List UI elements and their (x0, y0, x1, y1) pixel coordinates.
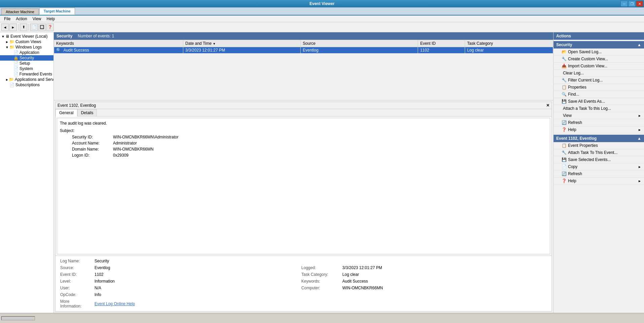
tree-root[interactable]: ▼ 🖥 Event Viewer (Local) (0, 34, 53, 39)
domain-name-label: Domain Name: (71, 147, 111, 152)
action-copy-label: Copy (568, 164, 577, 169)
actions-title-text: Actions (556, 34, 571, 38)
toolbar-separator-2 (29, 24, 29, 31)
action-refresh-security[interactable]: 🔄 Refresh (554, 119, 644, 126)
tree-app-services-label: Applications and Services Lo... (15, 77, 54, 82)
tree-item-system[interactable]: 📄 System (0, 66, 53, 71)
center-panel: Security Number of events: 1 Keywords Da… (54, 32, 553, 313)
help-event-icon: ❓ (562, 179, 567, 183)
meta-computer-label: Computer: (300, 285, 340, 291)
tree-item-subscriptions[interactable]: 📄 Subscriptions (0, 82, 53, 88)
action-open-saved-log-label: Open Saved Log... (568, 50, 602, 54)
action-copy[interactable]: 📄 Copy ► (554, 163, 644, 170)
menu-help[interactable]: Help (44, 16, 58, 22)
view-arrow-icon: ► (638, 114, 641, 118)
event-count: Number of events: 1 (78, 34, 114, 38)
menu-file[interactable]: File (1, 16, 13, 22)
tree-setup-toggle (9, 62, 13, 65)
action-create-custom-view[interactable]: 🔧 Create Custom View... (554, 56, 644, 63)
action-clear-log[interactable]: Clear Log... (554, 70, 644, 77)
action-open-saved-log[interactable]: 📂 Open Saved Log... (554, 49, 644, 56)
event-log-online-help-link[interactable]: Event Log Online Help (94, 301, 135, 306)
scroll-bar[interactable] (1, 316, 35, 320)
event-meta-table: Log Name: Security Source: Eventlog Logg… (58, 257, 549, 310)
table-row[interactable]: 🔍 Audit Success 3/3/2023 12:01:27 PM Eve… (54, 47, 553, 54)
col-header-keywords[interactable]: Keywords (54, 40, 183, 47)
action-filter-current-log[interactable]: 🔧 Filter Current Log... (554, 77, 644, 84)
cell-source: Eventlog (301, 47, 418, 54)
action-create-custom-view-label: Create Custom View... (568, 57, 608, 61)
action-help-security[interactable]: ❓ Help ► (554, 126, 644, 133)
action-find[interactable]: 🔍 Find... (554, 91, 644, 98)
toolbar-separator-1 (18, 24, 18, 31)
tree-item-security[interactable]: 🔒 Security (0, 55, 53, 61)
tree-app-services-toggle[interactable]: ► (5, 78, 9, 82)
close-button[interactable]: ✕ (636, 1, 643, 7)
actions-event-collapse-icon[interactable]: ▲ (637, 136, 641, 141)
menu-action[interactable]: Action (13, 16, 30, 22)
tree-item-application[interactable]: 📄 Application (0, 50, 53, 55)
main-layout: ▼ 🖥 Event Viewer (Local) ► 📁 Custom View… (0, 32, 644, 313)
import-custom-view-icon: 📥 (562, 64, 567, 68)
action-save-all-events[interactable]: 💾 Save All Events As... (554, 98, 644, 105)
col-header-source[interactable]: Source (301, 40, 418, 47)
toolbar-back[interactable]: ◄ (1, 24, 9, 31)
action-help-event[interactable]: ❓ Help ► (554, 177, 644, 185)
tree-root-toggle[interactable]: ▼ (1, 35, 5, 38)
tree-custom-views-label: Custom Views (15, 39, 41, 44)
action-properties-label: Properties (568, 85, 586, 90)
meta-task-cat-value: Log clear (341, 271, 548, 278)
tree-custom-views-toggle[interactable]: ► (5, 40, 9, 44)
menu-view[interactable]: View (30, 16, 44, 22)
account-name-value: Administrator (112, 140, 180, 146)
tree-root-label: Event Viewer (Local) (10, 34, 48, 39)
event-description: The audit log was cleared. (60, 121, 547, 126)
cell-keywords: 🔍 Audit Success (54, 47, 183, 54)
restore-button[interactable]: ❐ (628, 1, 636, 7)
col-header-datetime[interactable]: Date and Time ▼ (183, 40, 301, 47)
actions-security-collapse-icon[interactable]: ▲ (637, 42, 641, 47)
tree-item-app-services[interactable]: ► 📁 Applications and Services Lo... (0, 77, 53, 82)
left-panel-tree: ▼ 🖥 Event Viewer (Local) ► 📁 Custom View… (0, 32, 54, 313)
tab-general[interactable]: General (55, 109, 77, 117)
action-event-properties[interactable]: 📋 Event Properties (554, 142, 644, 149)
minimize-button[interactable]: ─ (620, 1, 628, 7)
security-id-label: Security ID: (71, 134, 111, 140)
meta-source-value: Eventlog (93, 265, 299, 271)
tree-item-windows-logs[interactable]: ▼ 📁 Windows Logs (0, 44, 53, 50)
tree-security-toggle (9, 56, 13, 60)
event-detail-close-button[interactable]: ✕ (546, 103, 550, 108)
meta-event-id-value: 1102 (93, 271, 299, 278)
tab-attacker-machine[interactable]: Attacker Machine (1, 8, 39, 15)
tree-windows-logs-toggle[interactable]: ▼ (5, 45, 9, 49)
tab-details[interactable]: Details (77, 109, 97, 116)
help-security-arrow-icon: ► (638, 128, 641, 132)
tree-item-setup[interactable]: 📄 Setup (0, 61, 53, 66)
action-import-custom-view[interactable]: 📥 Import Custom View... (554, 63, 644, 70)
action-refresh-event[interactable]: 🔄 Refresh (554, 170, 644, 177)
action-properties[interactable]: 📋 Properties (554, 84, 644, 91)
tree-item-custom-views[interactable]: ► 📁 Custom Views (0, 39, 53, 44)
tree-application-toggle (9, 51, 13, 55)
action-view[interactable]: View ► (554, 112, 644, 119)
toolbar-show-hide[interactable]: 📄 (30, 24, 38, 31)
actions-panel-title: Actions (554, 32, 644, 40)
action-save-selected-events[interactable]: 💾 Save Selected Events... (554, 156, 644, 163)
action-attach-task-log[interactable]: Attach a Task To this Log... (554, 105, 644, 112)
toolbar-up[interactable]: ⬆ (20, 24, 27, 31)
logon-id-value: 0x29309 (112, 153, 180, 158)
meta-more-info-link[interactable]: Event Log Online Help (93, 298, 299, 309)
tree-item-forwarded-events[interactable]: 📄 Forwarded Events (0, 71, 53, 77)
event-table: Keywords Date and Time ▼ Source Event ID (54, 40, 553, 54)
tree-application-icon: 📄 (13, 50, 18, 55)
tab-target-machine[interactable]: Target Machine (39, 8, 75, 15)
toolbar-properties[interactable]: 🔲 (38, 24, 46, 31)
col-header-taskcategory[interactable]: Task Category (465, 40, 553, 47)
col-header-eventid[interactable]: Event ID (418, 40, 465, 47)
attach-task-event-icon: 🔧 (562, 150, 567, 155)
action-attach-task-event[interactable]: 🔧 Attach Task To This Event... (554, 149, 644, 156)
toolbar-help[interactable]: ❓ (46, 24, 54, 31)
create-custom-view-icon: 🔧 (562, 57, 567, 61)
tree-setup-label: Setup (20, 61, 30, 66)
toolbar-forward[interactable]: ► (9, 24, 17, 31)
